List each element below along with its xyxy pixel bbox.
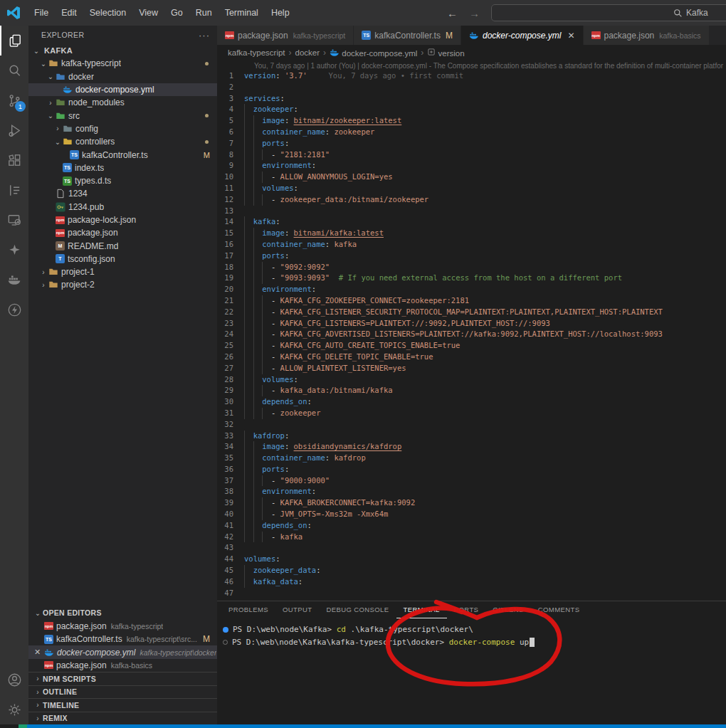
line-number: 17	[217, 250, 244, 262]
command-decoration-icon[interactable]	[223, 627, 228, 633]
tab-package.json[interactable]: npmpackage.jsonkafka-basics	[584, 26, 710, 45]
sidebar-sections: ›NPM SCRIPTS›OUTLINE›TIMELINE›REMIX	[28, 672, 217, 724]
activity-remote-explorer[interactable]	[0, 205, 28, 235]
breadcrumb-version[interactable]: version	[427, 48, 464, 58]
open-editor-docker-compose.yml[interactable]: ✕docker-compose.ymlkafka-typescript\dock…	[28, 645, 217, 658]
open-editors-header[interactable]: ⌄ OPEN EDITORS	[28, 606, 217, 620]
close-icon[interactable]: ✕	[34, 648, 44, 657]
panel-tab-problems[interactable]: PROBLEMS	[221, 601, 275, 618]
search-icon	[673, 9, 683, 18]
tab-package.json[interactable]: npmpackage.jsonkafka-typescript	[217, 26, 354, 45]
tab-kafkacontroller.ts[interactable]: TSkafkaController.tsM	[354, 26, 461, 45]
code-token: KAFKA_CFG_ZOOKEEPER_CONNECT=zookeeper:21…	[280, 295, 470, 307]
section-npm-scripts[interactable]: ›NPM SCRIPTS	[28, 672, 217, 685]
tab-docker-compose.yml[interactable]: docker-compose.yml✕	[461, 26, 584, 45]
indent-guide	[244, 396, 262, 408]
docker-icon	[6, 272, 23, 288]
tree-item-1234.pub[interactable]: 1234.pub	[28, 201, 217, 213]
activity-search[interactable]	[0, 56, 28, 85]
terminal-text: PS D:\web\node\Kafka>	[233, 623, 337, 636]
tree-item-docker-compose.yml[interactable]: docker-compose.yml	[28, 83, 217, 96]
section-outline[interactable]: ›OUTLINE	[28, 685, 217, 699]
activity-copilot[interactable]	[0, 235, 28, 265]
menu-file[interactable]: File	[28, 0, 55, 26]
tree-item-label: types.d.ts	[75, 176, 111, 186]
activity-thunder-client[interactable]	[0, 295, 28, 325]
indent-guide	[244, 138, 262, 149]
tree-item-controllers[interactable]: ⌄controllers	[28, 135, 217, 148]
command-decoration-icon[interactable]	[223, 640, 228, 645]
code-line: 9environment:	[217, 160, 726, 172]
gitlens-file-annotation: You, 7 days ago | 1 author (You) | docke…	[217, 60, 726, 70]
activity-settings[interactable]	[0, 695, 28, 724]
menu-go[interactable]: Go	[164, 0, 189, 26]
tree-item-kafka-typescript[interactable]: ⌄kafka-typescript	[28, 57, 217, 70]
tree-item-types.d.ts[interactable]: TStypes.d.ts	[28, 174, 217, 187]
breadcrumb-docker[interactable]: docker	[295, 48, 320, 57]
tree-item-package.json[interactable]: npmpackage.json	[28, 226, 217, 239]
code-line: 8- "2181:2181"	[217, 149, 726, 161]
tree-item-project-1[interactable]: ›project-1	[28, 265, 217, 278]
nav-forward-icon[interactable]: →	[469, 7, 480, 19]
tree-item-project-2[interactable]: ›project-2	[28, 278, 217, 291]
tree-item-readme.md[interactable]: MREADME.md	[28, 239, 217, 252]
tree-item-src[interactable]: ⌄src	[28, 109, 217, 122]
open-editor-kafkacontroller.ts[interactable]: TSkafkaController.tskafka-typescript\src…	[28, 633, 217, 645]
menu-terminal[interactable]: Terminal	[219, 0, 265, 26]
close-icon[interactable]: ✕	[567, 31, 574, 41]
line-number: 1	[217, 70, 244, 82]
more-actions-icon[interactable]: ···	[199, 30, 210, 41]
tree-item-config[interactable]: ›config	[28, 122, 217, 135]
tree-item-tsconfig.json[interactable]: Ttsconfig.json	[28, 253, 217, 265]
section-remix[interactable]: ›REMIX	[28, 712, 217, 725]
tree-item-1234[interactable]: 1234	[28, 187, 217, 200]
tree-item-label: index.ts	[75, 163, 104, 173]
code-token: -	[271, 532, 280, 543]
panel-tab-debug-console[interactable]: DEBUG CONSOLE	[319, 601, 396, 618]
breadcrumb-kafka-typescript[interactable]: kafka-typescript	[228, 48, 285, 57]
code-token: environment	[262, 160, 312, 172]
sidebar-spacer	[28, 292, 217, 606]
activity-run-and-debug[interactable]	[0, 115, 28, 145]
tree-item-index.ts[interactable]: TSindex.ts	[28, 162, 217, 174]
breadcrumb-label: docker-compose.yml	[342, 49, 417, 58]
menu-edit[interactable]: Edit	[55, 0, 83, 26]
menu-view[interactable]: View	[132, 0, 164, 26]
indent-guide	[244, 565, 253, 576]
tree-item-node-modules[interactable]: ›node_modules	[28, 96, 217, 109]
activity-extensions[interactable]	[0, 145, 28, 175]
panel-tab-comments[interactable]: COMMENTS	[531, 601, 587, 618]
code-token: # If you need external access from the h…	[339, 273, 622, 284]
activity-accounts[interactable]	[0, 665, 28, 695]
code-token: :	[294, 104, 298, 115]
activity-gitlens[interactable]	[0, 175, 28, 205]
code-line: 31- zookeeper	[217, 408, 726, 419]
code-line: 6container_name: zookeeper	[217, 127, 726, 138]
command-center-search[interactable]: Kafka	[491, 4, 726, 21]
activity-bar: 1	[0, 26, 28, 724]
tree-item-package-lock.json[interactable]: npmpackage-lock.json	[28, 213, 217, 226]
activity-docker[interactable]	[0, 265, 28, 295]
open-editor-package.json[interactable]: npmpackage.jsonkafka-typescript	[28, 620, 217, 633]
panel-tab-gitlens[interactable]: GITLENS	[485, 601, 530, 618]
activity-explorer[interactable]	[0, 26, 28, 56]
breadcrumb-docker-compose.yml[interactable]: docker-compose.yml	[330, 48, 417, 58]
activity-source-control[interactable]: 1	[0, 85, 28, 115]
section-timeline[interactable]: ›TIMELINE	[28, 698, 217, 712]
tree-item-kafkacontroller.ts[interactable]: TSkafkaController.tsM	[28, 148, 217, 161]
code-line: 38environment:	[217, 486, 726, 497]
panel-tab-terminal[interactable]: TERMINAL	[396, 601, 447, 618]
menu-run[interactable]: Run	[189, 0, 219, 26]
panel-tab-output[interactable]: OUTPUT	[275, 601, 319, 618]
nav-back-icon[interactable]: ←	[447, 7, 458, 19]
open-editor-package.json[interactable]: npmpackage.jsonkafka-basics	[28, 659, 217, 672]
terminal-text: PS D:\web\node\Kafka\kafka-typescript\do…	[232, 636, 449, 649]
menu-help[interactable]: Help	[265, 0, 296, 26]
code-editor[interactable]: You, 7 days ago | 1 author (You) | docke…	[217, 60, 726, 601]
panel-tab-ports[interactable]: PORTS	[447, 601, 486, 618]
tree-item-kafka[interactable]: ⌄KAFKA	[28, 44, 217, 57]
menu-selection[interactable]: Selection	[83, 0, 132, 26]
terminal[interactable]: PS D:\web\node\Kafka> cd .\kafka-typescr…	[217, 618, 726, 648]
tree-item-docker[interactable]: ⌄docker	[28, 70, 217, 83]
breadcrumb[interactable]: kafka-typescript›docker› docker-compose.…	[217, 45, 726, 60]
